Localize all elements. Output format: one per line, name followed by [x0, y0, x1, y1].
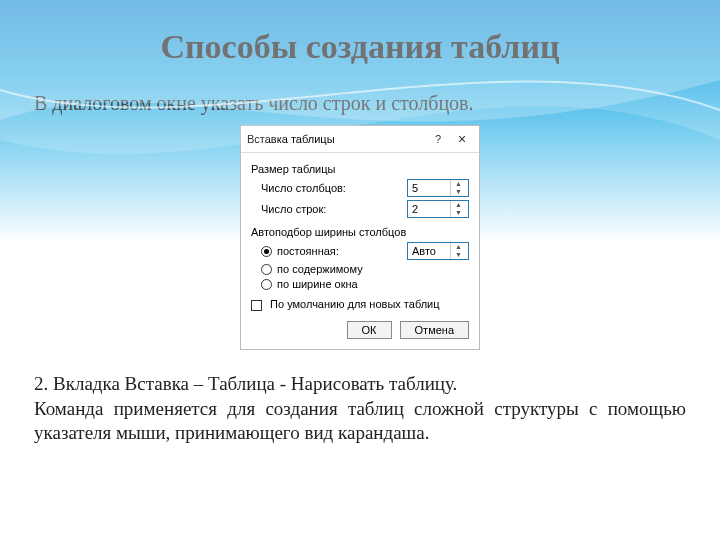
- cols-input[interactable]: [408, 182, 450, 194]
- cols-down-icon[interactable]: ▼: [451, 188, 466, 196]
- intro-text: В диалоговом окне указать число строк и …: [34, 92, 686, 115]
- dialog-title: Вставка таблицы: [247, 133, 425, 145]
- radio-fixed-label: постоянная:: [277, 245, 339, 257]
- rows-down-icon[interactable]: ▼: [451, 209, 466, 217]
- remember-checkbox[interactable]: [251, 300, 262, 311]
- remember-label: По умолчанию для новых таблиц: [270, 298, 440, 310]
- cols-label: Число столбцов:: [261, 182, 346, 194]
- rows-spinner[interactable]: ▲▼: [407, 200, 469, 218]
- radio-window-label: по ширине окна: [277, 278, 358, 290]
- radio-content-label: по содержимому: [277, 263, 363, 275]
- rows-input[interactable]: [408, 203, 450, 215]
- fixed-up-icon[interactable]: ▲: [451, 243, 466, 251]
- cols-spinner[interactable]: ▲▼: [407, 179, 469, 197]
- fixed-value-input[interactable]: [408, 245, 450, 257]
- rows-label: Число строк:: [261, 203, 326, 215]
- fixed-value-spinner[interactable]: ▲▼: [407, 242, 469, 260]
- slide-title: Способы создания таблиц: [0, 0, 720, 66]
- rows-up-icon[interactable]: ▲: [451, 201, 466, 209]
- radio-window[interactable]: [261, 279, 272, 290]
- radio-content[interactable]: [261, 264, 272, 275]
- help-icon[interactable]: ?: [427, 130, 449, 148]
- fixed-down-icon[interactable]: ▼: [451, 251, 466, 259]
- section-size-label: Размер таблицы: [251, 163, 469, 175]
- radio-fixed[interactable]: [261, 246, 272, 257]
- insert-table-dialog: Вставка таблицы ? × Размер таблицы Число…: [240, 125, 480, 350]
- cancel-button[interactable]: Отмена: [400, 321, 469, 339]
- dialog-titlebar: Вставка таблицы ? ×: [241, 126, 479, 153]
- paragraph-2: 2. Вкладка Вставка – Таблица - Нарисоват…: [34, 372, 686, 396]
- section-autofit-label: Автоподбор ширины столбцов: [251, 226, 469, 238]
- close-icon[interactable]: ×: [451, 130, 473, 148]
- cols-up-icon[interactable]: ▲: [451, 180, 466, 188]
- paragraph-3: Команда применяется для создания таблиц …: [34, 397, 686, 445]
- ok-button[interactable]: ОК: [347, 321, 392, 339]
